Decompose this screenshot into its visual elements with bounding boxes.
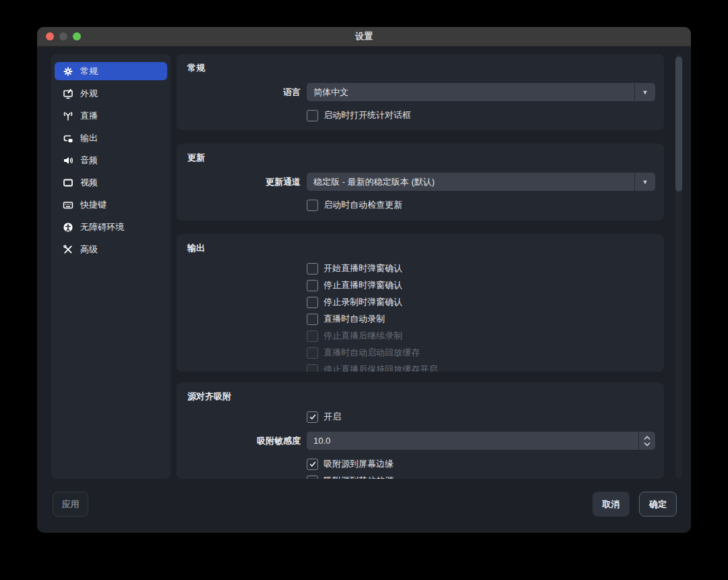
sidebar-item-output[interactable]: 输出 xyxy=(55,129,167,147)
language-label: 语言 xyxy=(177,86,307,98)
language-value: 简体中文 xyxy=(307,86,634,98)
checkbox-label: 直播时自动录制 xyxy=(324,313,385,325)
sidebar-item-accessibility[interactable]: 无障碍环境 xyxy=(55,218,167,236)
traffic-lights xyxy=(46,32,81,40)
section-header: 常规 xyxy=(177,54,664,74)
zoom-button[interactable] xyxy=(73,32,81,40)
checkbox-label: 启动时自动检查更新 xyxy=(324,199,402,211)
vertical-scrollbar[interactable] xyxy=(675,54,682,479)
minimize-button[interactable] xyxy=(59,32,67,40)
chevron-down-icon xyxy=(643,442,651,446)
video-icon xyxy=(62,177,73,188)
sidebar-item-general[interactable]: 常规 xyxy=(55,62,167,80)
snap-sensitivity-label: 吸附敏感度 xyxy=(177,435,307,447)
sidebar-item-label: 无障碍环境 xyxy=(80,221,124,233)
checkbox-label: 停止直播后继续录制 xyxy=(324,330,402,342)
advanced-icon xyxy=(62,243,73,255)
checkbox-snapping-enable[interactable]: 开启 xyxy=(307,411,664,423)
section-snapping: 源对齐吸附 开启 吸附敏感度 10.0 吸附源到屏幕边缘 吸附源到其他的源 xyxy=(177,382,664,479)
window-title: 设置 xyxy=(355,30,373,42)
checkbox-box xyxy=(307,110,318,121)
cancel-button[interactable]: 取消 xyxy=(593,492,630,517)
scrollbar-thumb[interactable] xyxy=(675,57,682,192)
checkbox-box xyxy=(307,330,318,342)
section-output: 输出 开始直播时弹窗确认 停止直播时弹窗确认 停止录制时弹窗确认 直播时自动录制… xyxy=(177,234,664,372)
checkbox-snap-to-screen-edges[interactable]: 吸附源到屏幕边缘 xyxy=(307,458,664,470)
sidebar-item-label: 快捷键 xyxy=(80,199,107,211)
checkbox-label: 吸附源到屏幕边缘 xyxy=(324,458,394,470)
checkbox-box xyxy=(307,347,318,359)
update-channel-label: 更新通道 xyxy=(177,176,307,188)
titlebar: 设置 xyxy=(37,27,691,47)
settings-sidebar: 常规 外观 直播 输出 音频 xyxy=(51,54,171,479)
checkbox-box xyxy=(307,411,318,423)
broadcast-icon xyxy=(62,110,73,121)
checkbox-label: 停止直播时弹窗确认 xyxy=(324,279,402,291)
sidebar-item-advanced[interactable]: 高级 xyxy=(55,240,167,258)
chevron-up-icon xyxy=(643,436,651,440)
checkbox-box xyxy=(307,314,318,325)
language-dropdown[interactable]: 简体中文 ▼ xyxy=(307,83,655,101)
checkbox-label: 直播时自动启动回放缓存 xyxy=(324,347,420,359)
appearance-icon xyxy=(62,88,73,99)
checkbox-confirm-stop-stream[interactable]: 停止直播时弹窗确认 xyxy=(307,279,664,291)
close-button[interactable] xyxy=(46,32,54,40)
checkbox-label: 开始直播时弹窗确认 xyxy=(324,262,402,274)
snap-sensitivity-spinbox[interactable]: 10.0 xyxy=(307,432,655,450)
sidebar-item-label: 外观 xyxy=(80,88,98,100)
checkbox-box xyxy=(307,263,318,274)
accessibility-icon xyxy=(62,221,73,233)
chevron-down-icon[interactable]: ▼ xyxy=(634,173,655,191)
sidebar-item-video[interactable]: 视频 xyxy=(55,173,167,192)
checkbox-keep-replay-buffer-after-stream: 停止直播后保持回放缓存开启 xyxy=(307,364,664,372)
gear-icon xyxy=(62,65,73,77)
checkbox-label: 停止直播后保持回放缓存开启 xyxy=(324,364,437,372)
settings-dialog: 设置 常规 外观 直播 输出 xyxy=(37,27,691,533)
checkbox-label: 开启 xyxy=(324,411,341,423)
apply-button[interactable]: 应用 xyxy=(53,492,88,517)
checkbox-confirm-stop-recording[interactable]: 停止录制时弹窗确认 xyxy=(307,296,664,308)
checkbox-label: 停止录制时弹窗确认 xyxy=(324,296,402,308)
sidebar-item-label: 音频 xyxy=(80,154,98,167)
section-header: 更新 xyxy=(177,144,664,164)
checkbox-label: 吸附源到其他的源 xyxy=(324,475,394,479)
update-channel-dropdown[interactable]: 稳定版 - 最新的稳定版本 (默认) ▼ xyxy=(307,173,655,191)
checkbox-auto-start-replay-buffer: 直播时自动启动回放缓存 xyxy=(307,347,664,359)
ok-button[interactable]: 确定 xyxy=(639,492,677,517)
checkbox-box xyxy=(307,297,318,308)
stepper-buttons[interactable] xyxy=(638,432,655,450)
checkbox-confirm-start-stream[interactable]: 开始直播时弹窗确认 xyxy=(307,262,664,274)
checkbox-open-stats[interactable]: 启动时打开统计对话框 xyxy=(307,109,664,121)
chevron-down-icon[interactable]: ▼ xyxy=(634,83,655,101)
output-icon xyxy=(62,132,73,144)
sidebar-item-label: 输出 xyxy=(80,132,98,144)
sidebar-item-audio[interactable]: 音频 xyxy=(55,151,167,169)
audio-icon xyxy=(62,154,73,166)
checkbox-label: 启动时打开统计对话框 xyxy=(324,109,411,121)
sidebar-item-label: 高级 xyxy=(80,243,98,256)
sidebar-item-label: 常规 xyxy=(80,65,98,78)
update-channel-value: 稳定版 - 最新的稳定版本 (默认) xyxy=(307,176,634,188)
section-updates: 更新 更新通道 稳定版 - 最新的稳定版本 (默认) ▼ 启动时自动检查更新 xyxy=(177,144,664,221)
snap-sensitivity-value: 10.0 xyxy=(307,436,638,446)
checkbox-box xyxy=(307,459,318,470)
checkbox-auto-check-updates[interactable]: 启动时自动检查更新 xyxy=(307,199,664,211)
checkbox-keep-recording-after-stream: 停止直播后继续录制 xyxy=(307,330,664,342)
sidebar-item-hotkeys[interactable]: 快捷键 xyxy=(55,196,167,214)
section-header: 源对齐吸附 xyxy=(177,382,664,403)
section-general: 常规 语言 简体中文 ▼ 启动时打开统计对话框 xyxy=(177,54,664,130)
checkbox-box xyxy=(307,280,318,291)
hotkeys-icon xyxy=(62,199,73,210)
sidebar-item-label: 视频 xyxy=(80,177,98,189)
checkbox-snap-to-other-sources[interactable]: 吸附源到其他的源 xyxy=(307,475,664,479)
sidebar-item-stream[interactable]: 直播 xyxy=(55,107,167,125)
checkbox-box xyxy=(307,200,318,211)
checkbox-auto-record-when-streaming[interactable]: 直播时自动录制 xyxy=(307,313,664,325)
checkbox-box xyxy=(307,475,318,480)
checkbox-box xyxy=(307,364,318,372)
section-header: 输出 xyxy=(177,234,664,254)
sidebar-item-label: 直播 xyxy=(80,110,98,122)
sidebar-item-appearance[interactable]: 外观 xyxy=(55,84,167,103)
